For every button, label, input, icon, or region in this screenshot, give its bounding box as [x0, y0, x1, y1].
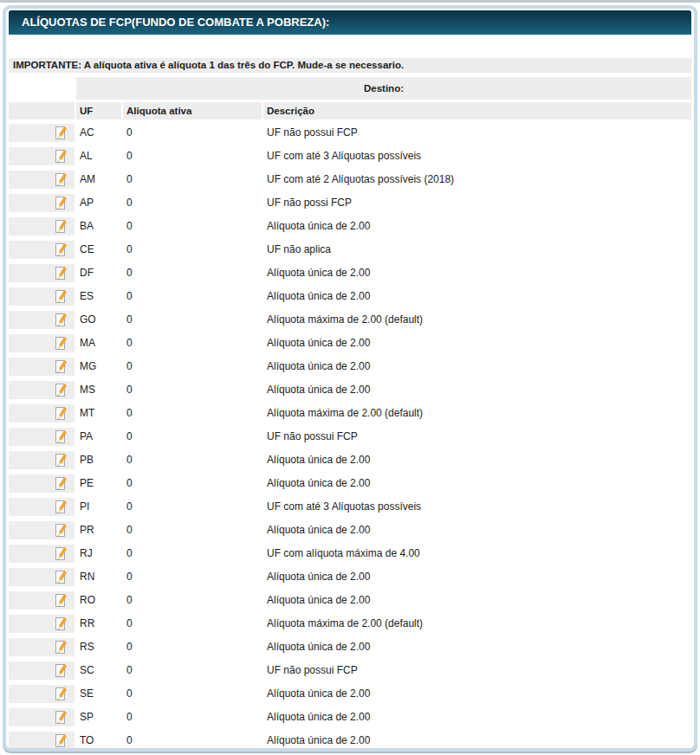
- table-row: PA 0 UF não possui FCP: [9, 428, 691, 446]
- edit-row-button[interactable]: [54, 313, 68, 327]
- edit-pencil-icon: [55, 711, 68, 725]
- edit-row-button[interactable]: [54, 126, 68, 140]
- row-aliquota-ativa: 0: [123, 264, 262, 282]
- table-row: TO 0 Alíquota única de 2.00: [9, 732, 691, 750]
- row-actions-cell: [9, 638, 75, 656]
- row-actions-cell: [9, 591, 75, 610]
- edit-pencil-icon: [55, 664, 68, 678]
- row-descricao: UF não possui FCP: [263, 661, 691, 680]
- row-uf: AM: [76, 171, 121, 189]
- row-actions-cell: [9, 708, 75, 726]
- row-aliquota-ativa: 0: [123, 615, 262, 633]
- table-row: RS 0 Alíquota única de 2.00: [9, 638, 691, 656]
- table-row: BA 0 Alíquota única de 2.00: [9, 217, 691, 236]
- edit-row-button[interactable]: [54, 359, 68, 374]
- edit-row-button[interactable]: [54, 289, 68, 304]
- header-cell-descricao: Descrição: [263, 102, 691, 119]
- edit-row-button[interactable]: [54, 453, 68, 468]
- row-descricao: UF não possui FCP: [263, 428, 691, 446]
- row-aliquota-ativa: 0: [123, 147, 262, 165]
- row-uf: TO: [76, 732, 121, 750]
- destino-group-row: Destino:: [9, 77, 691, 100]
- row-uf: AP: [76, 194, 121, 212]
- edit-pencil-icon: [55, 337, 68, 351]
- row-aliquota-ativa: 0: [123, 521, 262, 539]
- row-aliquota-ativa: 0: [123, 124, 262, 142]
- edit-row-button[interactable]: [54, 219, 68, 234]
- row-aliquota-ativa: 0: [123, 474, 262, 493]
- table-row: MG 0 Alíquota única de 2.00: [9, 358, 691, 376]
- row-descricao: Alíquota única de 2.00: [263, 474, 691, 493]
- row-aliquota-ativa: 0: [123, 404, 262, 423]
- row-uf: RR: [76, 615, 121, 633]
- row-descricao: UF com até 3 Alíquotas possíveis: [263, 147, 691, 165]
- destino-spacer-cell: [9, 77, 75, 100]
- table-row: ES 0 Alíquota única de 2.00: [9, 287, 691, 306]
- row-descricao: Alíquota máxima de 2.00 (default): [263, 404, 691, 423]
- edit-row-button[interactable]: [54, 570, 68, 584]
- row-actions-cell: [9, 404, 75, 423]
- edit-row-button[interactable]: [54, 406, 68, 421]
- row-uf: ES: [76, 287, 121, 306]
- edit-row-button[interactable]: [54, 500, 68, 514]
- edit-pencil-icon: [55, 617, 68, 631]
- row-descricao: Alíquota única de 2.00: [263, 708, 691, 726]
- row-actions-cell: [9, 171, 75, 189]
- edit-row-button[interactable]: [54, 733, 68, 748]
- row-uf: SC: [76, 661, 121, 680]
- edit-pencil-icon: [55, 173, 68, 187]
- edit-pencil-icon: [55, 500, 68, 514]
- row-uf: MT: [76, 404, 121, 423]
- edit-row-button[interactable]: [54, 640, 68, 655]
- row-actions-cell: [9, 358, 75, 376]
- edit-pencil-icon: [55, 571, 68, 584]
- table-row: RO 0 Alíquota única de 2.00: [9, 591, 691, 610]
- row-uf: AL: [76, 147, 121, 165]
- row-actions-cell: [9, 147, 75, 165]
- table-row: MA 0 Alíquota única de 2.00: [9, 334, 691, 352]
- edit-row-button[interactable]: [54, 663, 68, 678]
- table-row: AL 0 UF com até 3 Alíquotas possíveis: [9, 147, 691, 165]
- edit-row-button[interactable]: [54, 172, 68, 187]
- edit-row-button[interactable]: [54, 593, 68, 608]
- row-uf: PI: [76, 498, 121, 516]
- row-actions-cell: [9, 194, 75, 212]
- row-actions-cell: [9, 311, 75, 329]
- row-actions-cell: [9, 217, 75, 236]
- fcp-panel: ALÍQUOTAS DE FCP(FUNDO DE COMBATE A POBR…: [3, 5, 697, 752]
- edit-row-button[interactable]: [54, 523, 68, 538]
- row-actions-cell: [9, 334, 75, 352]
- edit-row-button[interactable]: [54, 149, 68, 164]
- panel-title: ALÍQUOTAS DE FCP(FUNDO DE COMBATE A POBR…: [9, 10, 691, 35]
- row-aliquota-ativa: 0: [123, 287, 262, 306]
- edit-row-button[interactable]: [54, 710, 68, 725]
- row-uf: GO: [76, 311, 121, 329]
- row-aliquota-ativa: 0: [123, 638, 262, 656]
- table-row: CE 0 UF não aplica: [9, 241, 691, 259]
- edit-row-button[interactable]: [54, 616, 68, 631]
- edit-row-button[interactable]: [54, 266, 68, 281]
- edit-row-button[interactable]: [54, 242, 68, 257]
- row-aliquota-ativa: 0: [123, 194, 262, 212]
- row-aliquota-ativa: 0: [123, 591, 262, 610]
- edit-row-button[interactable]: [54, 429, 68, 444]
- table-row: PE 0 Alíquota única de 2.00: [9, 474, 691, 493]
- edit-row-button[interactable]: [54, 383, 68, 397]
- row-descricao: Alíquota única de 2.00: [263, 451, 691, 469]
- edit-pencil-icon: [55, 360, 68, 374]
- table-row: RN 0 Alíquota única de 2.00: [9, 568, 691, 586]
- row-uf: PB: [76, 451, 121, 469]
- edit-row-button[interactable]: [54, 336, 68, 351]
- row-uf: RJ: [76, 545, 121, 563]
- edit-row-button[interactable]: [54, 687, 68, 701]
- header-cell-aliquota-ativa: Aliquota ativa: [123, 102, 262, 119]
- row-aliquota-ativa: 0: [123, 358, 262, 376]
- row-aliquota-ativa: 0: [123, 217, 262, 236]
- row-actions-cell: [9, 568, 75, 586]
- edit-row-button[interactable]: [54, 196, 68, 210]
- row-descricao: Alíquota única de 2.00: [263, 591, 691, 610]
- row-descricao: Alíquota única de 2.00: [263, 732, 691, 750]
- edit-pencil-icon: [55, 126, 68, 140]
- edit-row-button[interactable]: [54, 546, 68, 561]
- edit-row-button[interactable]: [54, 476, 68, 491]
